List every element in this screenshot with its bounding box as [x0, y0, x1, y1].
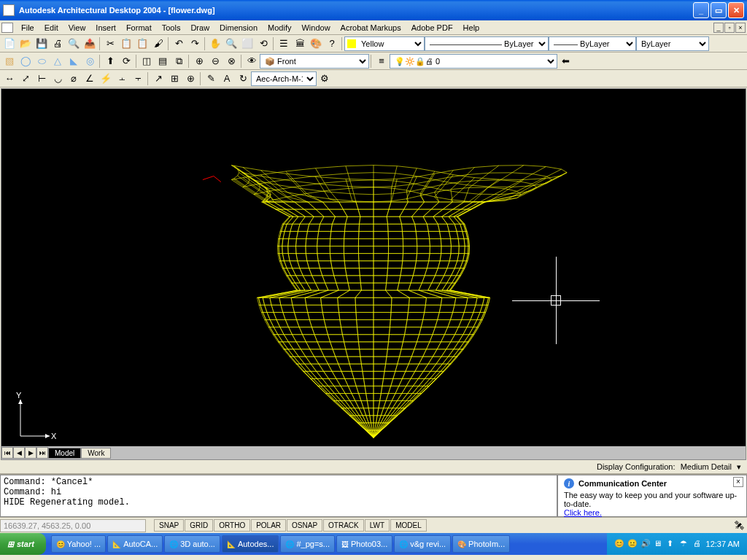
preview-button[interactable]: 🔍	[66, 36, 82, 51]
tray-icon-2[interactable]: 😐	[627, 539, 638, 549]
dimstyle-select[interactable]: Aec-Arch-M-100	[251, 71, 317, 86]
dim-edit-icon[interactable]: ✎	[203, 71, 219, 86]
mdi-minimize-button[interactable]: _	[713, 23, 724, 33]
dim-update-icon[interactable]: ↻	[235, 71, 251, 86]
tray-icon-7[interactable]: 🖨	[693, 539, 703, 549]
dim-diameter-icon[interactable]: ⌀	[66, 71, 82, 86]
design-center-button[interactable]: 🏛	[292, 36, 308, 51]
task-photo03[interactable]: 🖼 Photo03...	[336, 535, 392, 553]
task-photoim[interactable]: 🎨 PhotoIm...	[452, 535, 510, 553]
task-vg-revi[interactable]: 🌐 v&g revi...	[394, 535, 451, 553]
zoom-prev-button[interactable]: ⟲	[255, 36, 271, 51]
tolerance-icon[interactable]: ⊞	[166, 71, 182, 86]
dim-tedit-icon[interactable]: A	[219, 71, 235, 86]
save-button[interactable]: 💾	[34, 36, 50, 51]
tab-first-button[interactable]: ⏮	[1, 447, 13, 459]
menu-file[interactable]: File	[16, 22, 39, 34]
extrude-icon[interactable]: ⬆	[102, 54, 118, 69]
layer-manager-icon[interactable]: ≡	[374, 54, 390, 69]
task-3d-auto[interactable]: 🌐 3D auto...	[164, 535, 220, 553]
tray-icon-5[interactable]: ⬆	[667, 539, 677, 549]
intersect-icon[interactable]: ⊗	[223, 54, 239, 69]
drawing-viewport[interactable]: X Y ⏮ ◀ ▶ ⏭ Model Work	[1, 88, 746, 460]
maximize-button[interactable]: ▭	[711, 2, 727, 18]
menu-tools[interactable]: Tools	[157, 22, 186, 34]
print-button[interactable]: 🖨	[50, 36, 66, 51]
sphere-icon[interactable]: ◯	[18, 54, 34, 69]
polar-toggle[interactable]: POLAR	[251, 519, 286, 532]
center-mark-icon[interactable]: ⊕	[182, 71, 198, 86]
tray-icon-3[interactable]: 🔊	[640, 539, 651, 549]
cut-button[interactable]: ✂	[102, 36, 118, 51]
view-select[interactable]: 📦 Front	[260, 54, 369, 69]
publish-button[interactable]: 📤	[82, 36, 98, 51]
tab-next-button[interactable]: ▶	[25, 447, 36, 459]
coordinates-display[interactable]: 16639.27, 4563.25, 0.00	[0, 519, 146, 532]
lwt-toggle[interactable]: LWT	[365, 519, 390, 532]
torus-icon[interactable]: ◎	[82, 54, 98, 69]
tab-prev-button[interactable]: ◀	[13, 447, 25, 459]
menu-adobe-pdf[interactable]: Adobe PDF	[406, 22, 458, 34]
wedge-icon[interactable]: ◣	[66, 54, 82, 69]
task-yahoo[interactable]: 😊 Yahoo! ...	[51, 535, 106, 553]
system-tray[interactable]: 😊 😐 🔊 🖥 ⬆ ☂ 🖨 12:37 AM	[607, 533, 747, 555]
layer-prev-icon[interactable]: ⬅	[557, 54, 573, 69]
tray-icon-1[interactable]: 😊	[614, 539, 624, 549]
close-button[interactable]: ✕	[728, 2, 744, 18]
zoom-win-button[interactable]: ⬜	[239, 36, 255, 51]
named-views-icon[interactable]: 👁	[244, 54, 260, 69]
menu-acrobat-markups[interactable]: Acrobat Markups	[336, 22, 406, 34]
new-button[interactable]: 📄	[1, 36, 18, 51]
comm-center-tray-icon[interactable]: 🛰	[731, 518, 747, 533]
lineweight-select[interactable]: ——— ByLayer	[549, 36, 636, 51]
copy-button[interactable]: 📋	[118, 36, 134, 51]
zoom-rt-button[interactable]: 🔍	[223, 36, 239, 51]
menu-help[interactable]: Help	[458, 22, 485, 34]
properties-button[interactable]: ☰	[276, 36, 292, 51]
pan-button[interactable]: ✋	[207, 36, 223, 51]
matchprop-button[interactable]: 🖌	[150, 36, 166, 51]
redo-button[interactable]: ↷	[187, 36, 203, 51]
mdi-restore-button[interactable]: ▫	[724, 23, 735, 33]
section-icon[interactable]: ▤	[155, 54, 171, 69]
tab-work[interactable]: Work	[81, 448, 111, 459]
dim-angular-icon[interactable]: ∠	[82, 71, 98, 86]
menu-view[interactable]: View	[63, 22, 91, 34]
comm-close-button[interactable]: ×	[733, 477, 743, 487]
plotstyle-select[interactable]: ByLayer	[636, 36, 709, 51]
menu-modify[interactable]: Modify	[263, 22, 296, 34]
cone-icon[interactable]: △	[50, 54, 66, 69]
paste-button[interactable]: 📋	[134, 36, 150, 51]
union-icon[interactable]: ⊕	[191, 54, 207, 69]
undo-button[interactable]: ↶	[171, 36, 187, 51]
osnap-toggle[interactable]: OSNAP	[287, 519, 322, 532]
linetype-select[interactable]: ————————— ByLayer	[425, 36, 549, 51]
revolve-icon[interactable]: ⟳	[118, 54, 134, 69]
tab-model[interactable]: Model	[48, 448, 81, 459]
tab-last-button[interactable]: ⏭	[36, 447, 48, 459]
mdi-close-button[interactable]: ×	[735, 23, 746, 33]
grid-toggle[interactable]: GRID	[185, 519, 213, 532]
help-button[interactable]: ?	[324, 36, 340, 51]
dim-linear-icon[interactable]: ↔	[1, 71, 18, 86]
dim-continue-icon[interactable]: ⫟	[130, 71, 146, 86]
tray-clock[interactable]: 12:37 AM	[706, 540, 740, 548]
dim-radius-icon[interactable]: ◡	[50, 71, 66, 86]
interfere-icon[interactable]: ⧉	[171, 54, 187, 69]
leader-icon[interactable]: ↗	[150, 71, 166, 86]
color-select[interactable]: Yellow	[344, 36, 425, 51]
task-pg[interactable]: 🌐 #_pg=s...	[280, 535, 335, 553]
display-config-value[interactable]: Medium Detail	[678, 462, 735, 471]
menu-format[interactable]: Format	[121, 22, 157, 34]
menu-dimension[interactable]: Dimension	[214, 22, 263, 34]
menu-edit[interactable]: Edit	[39, 22, 63, 34]
subtract-icon[interactable]: ⊖	[207, 54, 223, 69]
task-autocad[interactable]: 📐 AutoCA...	[107, 535, 163, 553]
command-line[interactable]: Command: *Cancel* Command: hi HIDE Regen…	[0, 475, 557, 517]
dim-baseline-icon[interactable]: ⫠	[114, 71, 130, 86]
tray-icon-4[interactable]: 🖥	[654, 539, 664, 549]
dim-ordinate-icon[interactable]: ⊢	[34, 71, 50, 86]
dim-aligned-icon[interactable]: ⤢	[18, 71, 34, 86]
snap-toggle[interactable]: SNAP	[154, 519, 184, 532]
tray-icon-6[interactable]: ☂	[680, 539, 690, 549]
